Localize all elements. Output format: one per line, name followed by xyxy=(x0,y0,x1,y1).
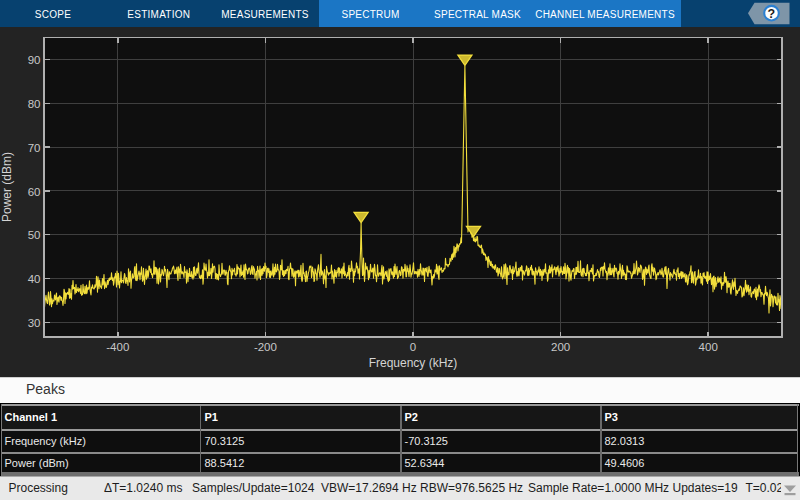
svg-text:70: 70 xyxy=(28,142,41,154)
svg-text:-400: -400 xyxy=(106,341,129,353)
svg-text:30: 30 xyxy=(28,317,41,329)
svg-text:40: 40 xyxy=(28,273,41,285)
svg-text:Power (dBm): Power (dBm) xyxy=(0,152,14,222)
svg-text:50: 50 xyxy=(28,229,41,241)
svg-text:400: 400 xyxy=(699,341,718,353)
svg-text:Frequency (kHz): Frequency (kHz) xyxy=(369,356,458,370)
svg-text:0: 0 xyxy=(410,341,416,353)
svg-text:80: 80 xyxy=(28,98,41,110)
svg-text:90: 90 xyxy=(28,54,41,66)
svg-text:60: 60 xyxy=(28,186,41,198)
svg-text:200: 200 xyxy=(551,341,570,353)
svg-text:?: ? xyxy=(768,7,776,21)
svg-text:-200: -200 xyxy=(254,341,277,353)
